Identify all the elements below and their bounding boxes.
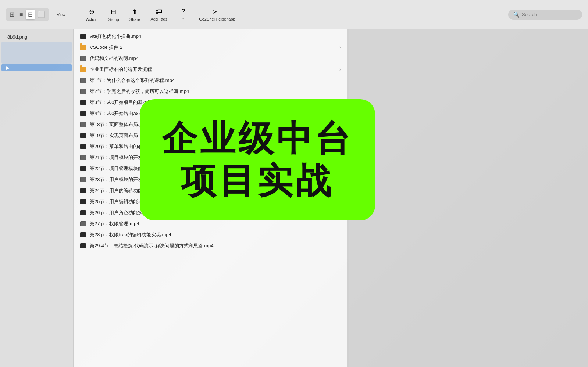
file-icon [79,198,87,205]
file-icon [79,110,87,117]
list-item[interactable]: 第28节：权限tree的编辑功能实现.mp4 [74,229,347,240]
list-item[interactable]: vite打包优化小插曲.mp4 [74,31,347,42]
add-tags-button[interactable]: 🏷 Add Tags [147,6,171,24]
file-icon [79,231,87,238]
group-button[interactable]: ⊟ Group [104,6,123,24]
file-icon [79,209,87,216]
right-panel [349,29,588,367]
file-name: VSCode 插件 2 [90,44,336,51]
go2shell-button[interactable]: >_ Go2ShellHelper.app [195,6,239,24]
file-name: 代码和文档的说明.mp4 [90,55,341,62]
file-icon [79,99,87,106]
file-icon [79,165,87,172]
column-view-btn[interactable]: ⊟ [26,10,35,19]
file-icon [79,66,87,73]
file-icon [79,154,87,161]
sidebar: 8b9d.png ▶ [0,29,74,367]
file-icon [79,88,87,95]
file-name: 第29-4节：总结提炼-代码演示-解决问题的方式和思路.mp4 [90,242,341,249]
sidebar-item-0[interactable]: 8b9d.png [1,33,72,41]
file-icon [79,33,87,40]
list-item[interactable]: 第29-4节：总结提炼-代码演示-解决问题的方式和思路.mp4 [74,240,347,251]
file-icon [79,187,87,194]
icon-view-btn[interactable]: ⊞ [7,10,17,19]
chevron-right-icon: › [339,67,341,72]
list-item[interactable]: 第2节：学完之后的收获，简历可以这样写.mp4 [74,86,347,97]
file-icon [79,77,87,84]
list-view-btn[interactable]: ≡ [17,10,25,19]
file-icon [79,220,87,227]
share-button[interactable]: ⬆ Share [126,6,144,24]
list-item[interactable]: 第1节：为什么会有这个系列的课程.mp4 [74,75,347,86]
search-icon: 🔍 [513,12,520,18]
green-banner: 企业级中台 项目实战 [140,99,375,220]
list-item[interactable]: VSCode 插件 2› [74,42,347,53]
file-icon [79,132,87,139]
help-button[interactable]: ? ? [174,6,192,24]
file-name: 第27节：权限管理.mp4 [90,220,341,227]
list-item[interactable]: 代码和文档的说明.mp4 [74,53,347,64]
list-item[interactable]: 企业里面标准的前端开发流程› [74,64,347,75]
file-icon [79,121,87,128]
view-button[interactable]: View [52,10,70,19]
search-input[interactable] [522,12,577,17]
file-icon [79,143,87,150]
banner-text: 企业级中台 项目实战 [162,118,353,202]
file-name: 第2节：学完之后的收获，简历可以这样写.mp4 [90,88,341,95]
file-name: 第1节：为什么会有这个系列的课程.mp4 [90,77,341,84]
file-icon [79,44,87,51]
toolbar: ⊞ ≡ ⊟ ⬜ View ⊖ Action ⊟ Group ⬆ Share 🏷 … [0,0,588,29]
file-icon [79,242,87,249]
gallery-view-btn[interactable]: ⬜ [36,10,47,19]
separator-1 [76,7,76,22]
file-name: 第28节：权限tree的编辑功能实现.mp4 [90,231,341,238]
action-button[interactable]: ⊖ Action [82,6,101,24]
sidebar-selected-area [1,42,72,64]
file-name: 企业里面标准的前端开发流程 [90,66,336,73]
search-box[interactable]: 🔍 [508,10,582,20]
file-name: vite打包优化小插曲.mp4 [90,33,341,40]
file-icon [79,176,87,183]
file-icon [79,55,87,62]
chevron-right-icon: › [339,45,341,50]
view-mode-group: ⊞ ≡ ⊟ ⬜ [6,8,49,21]
sidebar-item-selected[interactable]: ▶ [6,65,10,71]
